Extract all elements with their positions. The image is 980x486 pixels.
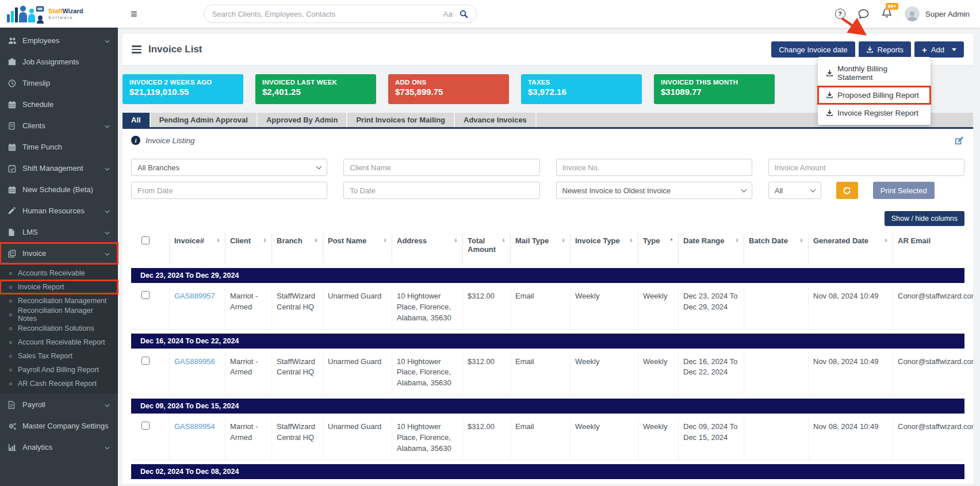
sort-order-select[interactable]: Newest Invoice to Oldest Invoice xyxy=(556,182,752,199)
sidebar-subitem-reconciliation-management[interactable]: Reconciliation Management xyxy=(0,294,118,308)
cell-type: Weekly xyxy=(638,286,679,330)
row-checkbox[interactable] xyxy=(141,422,150,430)
staffwizard-logo[interactable]: StaffWizard Software xyxy=(0,0,118,28)
match-case-toggle[interactable]: Aa xyxy=(443,10,453,18)
sort-icon[interactable]: ▲▼ xyxy=(799,236,803,245)
sidebar-subitem-payroll-and-billing-report[interactable]: Payroll And Billing Report xyxy=(0,363,118,377)
sidebar-subitem-sales-tax-report[interactable]: Sales Tax Report xyxy=(0,349,118,363)
column-header-generated-date[interactable]: Generated Date▲▼ xyxy=(809,233,893,264)
column-header-batch-date[interactable]: Batch Date▲▼ xyxy=(744,233,809,264)
download-icon xyxy=(826,70,833,77)
sidebar-subitem-accounts-receivable[interactable]: Accounts Receivable xyxy=(0,266,118,280)
sidebar-item-master-company-settings[interactable]: Master Company Settings xyxy=(0,415,118,437)
change-invoice-date-button[interactable]: Change Invoice date xyxy=(771,41,855,58)
sidebar-subitem-reconciliation-solutions[interactable]: Reconciliation Solutions xyxy=(0,322,118,335)
tab-approved-by-admin[interactable]: Approved By Admin xyxy=(258,113,347,127)
sidebar-item-analytics[interactable]: Analytics xyxy=(0,437,118,458)
branch-select[interactable]: All Branches xyxy=(131,159,327,176)
sidebar-item-clients[interactable]: Clients xyxy=(0,115,118,136)
sort-icon[interactable]: ▲▼ xyxy=(561,236,565,245)
status-select[interactable]: All xyxy=(768,182,821,199)
sidebar-subitem-invoice-report[interactable]: Invoice Report xyxy=(0,280,118,294)
column-header-label: Client xyxy=(230,236,251,245)
table-row: GAS889956Marriot - ArmedStaffWizard Cent… xyxy=(131,351,964,395)
sort-icon[interactable]: ▲▼ xyxy=(502,236,506,254)
sidebar-item-timeslip[interactable]: Timeslip xyxy=(0,72,118,94)
sort-icon[interactable]: ▲ xyxy=(669,236,673,245)
tab-all[interactable]: All xyxy=(122,113,151,127)
sidebar-item-time-punch[interactable]: Time Punch xyxy=(0,136,118,158)
sidebar-item-shift-management[interactable]: Shift Management xyxy=(0,158,118,179)
main-content: Invoice List Change Invoice date Reports… xyxy=(118,28,980,486)
column-header-client[interactable]: Client▲▼ xyxy=(225,233,272,264)
client-name-input[interactable] xyxy=(343,159,539,176)
column-header-invoice-type[interactable]: Invoice Type▲▼ xyxy=(571,233,638,264)
sidebar-toggle-icon[interactable]: ≡ xyxy=(131,8,137,20)
column-header-address[interactable]: Address▲▼ xyxy=(392,233,463,264)
menu-item-proposed-billing-report[interactable]: Proposed Billing Report xyxy=(818,86,931,104)
sidebar-item-job-assignments[interactable]: Job Assignments xyxy=(0,51,118,72)
sidebar-item-payroll[interactable]: Payroll xyxy=(0,394,118,415)
sort-icon[interactable]: ▲▼ xyxy=(314,236,318,245)
cell-generated-date: Nov 08, 2024 10:49 xyxy=(809,416,893,460)
invoice-no-input[interactable] xyxy=(556,159,752,176)
sidebar-item-lms[interactable]: LMS xyxy=(0,221,118,243)
column-header-label: Invoice Type xyxy=(575,236,620,245)
column-header-mail-type[interactable]: Mail Type▲▼ xyxy=(511,233,571,264)
menu-item-invoice-register-report[interactable]: Invoice Register Report xyxy=(818,104,931,122)
menu-item-monthly-billing-statement[interactable]: Monthly Billing Statement xyxy=(818,60,931,86)
help-icon[interactable]: ? xyxy=(835,9,845,19)
user-name[interactable]: Super Admin xyxy=(925,10,970,18)
sidebar-subitem-account-receivable-report[interactable]: Account Receivable Report xyxy=(0,335,118,349)
sort-icon[interactable]: ▲▼ xyxy=(454,236,458,245)
print-selected-button[interactable]: Print Selected xyxy=(873,182,935,199)
add-button[interactable]: + Add xyxy=(914,41,964,58)
select-all-checkbox[interactable] xyxy=(141,236,150,244)
sidebar-subitem-reconciliation-manager-notes[interactable]: Reconciliation Manager Notes xyxy=(0,308,118,322)
refresh-button[interactable] xyxy=(836,182,858,199)
sidebar-item-new-schedule-beta-[interactable]: New Schedule (Beta) xyxy=(0,179,118,200)
sort-icon[interactable]: ▲▼ xyxy=(629,236,633,245)
column-header-post-name[interactable]: Post Name▲▼ xyxy=(323,233,392,264)
sidebar-item-human-resources[interactable]: Human Resources xyxy=(0,200,118,221)
search-input[interactable] xyxy=(212,10,443,18)
sidebar-item-invoice[interactable]: Invoice xyxy=(0,243,118,264)
sidebar-subitem-label: AR Cash Receipt Report xyxy=(18,380,97,388)
search-icon[interactable] xyxy=(460,10,468,18)
column-header-date-range[interactable]: Date Range▲▼ xyxy=(679,233,744,264)
to-date-input[interactable] xyxy=(343,182,539,199)
tab-pending-admin-approval[interactable]: Pending Admin Approval xyxy=(151,113,258,127)
column-header-total-amount[interactable]: Total Amount▲▼ xyxy=(463,233,511,264)
column-header-label: Address xyxy=(397,236,427,245)
notifications[interactable]: 99+ xyxy=(882,7,892,20)
row-checkbox[interactable] xyxy=(141,291,150,299)
row-checkbox[interactable] xyxy=(141,357,150,365)
sidebar-item-employees[interactable]: Employees xyxy=(0,30,118,51)
tab-advance-invoices[interactable]: Advance Invoices xyxy=(455,113,537,127)
column-header-ar-email[interactable]: AR Email xyxy=(893,233,964,264)
user-avatar[interactable] xyxy=(905,6,920,21)
invoice-link[interactable]: GAS889957 xyxy=(174,292,215,300)
sidebar-item-schedule[interactable]: Schedule xyxy=(0,94,118,115)
edit-icon[interactable] xyxy=(955,136,964,145)
sort-icon[interactable]: ▲▼ xyxy=(884,236,888,245)
sort-icon[interactable]: ▲▼ xyxy=(216,236,220,245)
from-date-input[interactable] xyxy=(131,182,327,199)
reports-button[interactable]: Reports xyxy=(859,41,912,58)
show-hide-columns-button[interactable]: Show / hide columns xyxy=(885,211,964,226)
sidebar-subitem-ar-cash-receipt-report[interactable]: AR Cash Receipt Report xyxy=(0,377,118,391)
sort-icon[interactable]: ▲▼ xyxy=(263,236,267,245)
invoice-link[interactable]: GAS889956 xyxy=(174,357,215,366)
sort-icon[interactable]: ▲▼ xyxy=(735,236,739,245)
column-header-type[interactable]: Type▲ xyxy=(638,233,679,264)
invoice-link[interactable]: GAS889954 xyxy=(174,422,215,431)
chevron-down-icon xyxy=(105,249,110,258)
chat-icon[interactable] xyxy=(858,9,869,19)
stat-card-value: $31089.77 xyxy=(661,87,768,97)
sort-icon[interactable]: ▲▼ xyxy=(383,236,387,245)
tab-print-invoices-for-mailing[interactable]: Print Invoices for Mailing xyxy=(347,113,455,127)
column-header-invoice#[interactable]: Invoice#▲▼ xyxy=(170,233,225,264)
global-search[interactable]: Aa xyxy=(204,5,477,23)
column-header-branch[interactable]: Branch▲▼ xyxy=(272,233,323,264)
invoice-amount-input[interactable] xyxy=(768,159,964,176)
